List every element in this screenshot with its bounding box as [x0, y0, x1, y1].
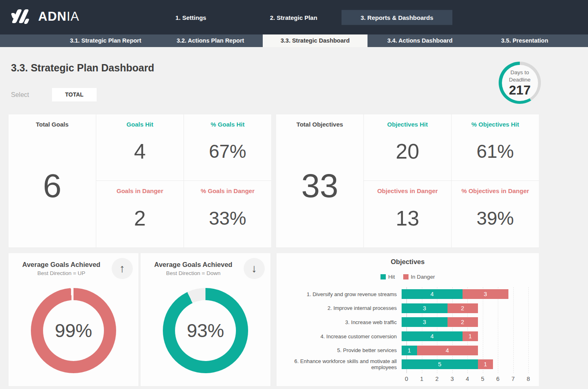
bar-category-label: 4. Increase customer conversion: [277, 333, 402, 340]
topnav-item-strategic-plan[interactable]: 2. Strategic Plan: [259, 14, 328, 21]
bar-row: 6. Enhance workforce skills and motivate…: [277, 357, 540, 372]
legend-item-hit: Hit: [380, 274, 395, 280]
bar-stack: 43: [402, 289, 523, 299]
bar-segment-in-danger: 3: [463, 289, 508, 299]
down-arrow-icon: ↓: [244, 258, 265, 279]
gauge-down-subtitle: Best Direction = Down: [143, 270, 244, 276]
x-axis-tick: 6: [493, 376, 503, 382]
objectives-hit-pct-label: % Objectives Hit: [471, 121, 519, 128]
gauge-up-card: Average Goals Achieved Best Direction = …: [8, 253, 139, 387]
x-axis-tick: 8: [523, 376, 533, 382]
adnia-logo-icon: [11, 8, 32, 25]
goals-hit-label: Goals Hit: [127, 121, 153, 128]
total-objectives-cell: Total Objectives 33: [276, 114, 364, 247]
bar-stack: 32: [402, 303, 523, 313]
gauge-up-value: 99%: [43, 300, 104, 361]
bar-stack: 51: [402, 359, 523, 369]
objectives-hit-pct-cell: % Objectives Hit 61%: [452, 114, 539, 181]
bar-segment-hit: 3: [402, 317, 447, 327]
objectives-danger-label: Objectives in Danger: [377, 187, 438, 194]
objectives-danger-pct-cell: % Objectives in Danger 39%: [452, 181, 539, 247]
x-axis: 012345678: [406, 376, 528, 384]
select-label: Select: [11, 91, 52, 99]
chart-title: Objectives: [277, 258, 539, 266]
objectives-danger-cell: Objectives in Danger 13: [364, 181, 452, 247]
goals-hit-pct-label: % Goals Hit: [211, 121, 244, 128]
in-danger-legend-swatch: [403, 274, 409, 279]
report-tabs-bar: 3.1. Strategic Plan Report 3.2. Actions …: [0, 34, 588, 47]
bar-segment-in-danger: 1: [463, 331, 478, 341]
up-arrow-icon: ↑: [112, 258, 133, 279]
tab-actions-plan-report[interactable]: 3.2. Actions Plan Report: [158, 34, 263, 47]
chart-legend: Hit In Danger: [277, 274, 539, 280]
hit-legend-swatch: [380, 274, 386, 279]
gauge-down-card: Average Goals Achieved Best Direction = …: [140, 253, 271, 387]
bar-row: 4. Increase customer conversion41: [277, 329, 540, 344]
legend-item-in-danger: In Danger: [403, 274, 435, 280]
bar-segment-in-danger: 1: [478, 359, 493, 369]
top-navigation-bar: ADNIA 1. Settings 2. Strategic Plan 3. R…: [0, 0, 588, 34]
tab-presentation[interactable]: 3.5. Presentation: [472, 34, 577, 47]
bar-chart-plot: 1. Diversify and grow revenue streams432…: [277, 287, 540, 372]
total-objectives-label: Total Objectives: [296, 121, 343, 128]
goals-hit-pct-value: 67%: [209, 128, 246, 181]
bar-segment-hit: 4: [402, 331, 463, 341]
gauge-up-donut-chart: 99%: [31, 288, 116, 373]
bar-segment-in-danger: 4: [417, 346, 478, 355]
objectives-danger-value: 13: [396, 194, 419, 247]
gauge-down-value: 93%: [175, 300, 236, 361]
tab-actions-dashboard[interactable]: 3.4. Actions Dashboard: [368, 34, 472, 47]
total-goals-value: 6: [43, 128, 62, 247]
goals-hit-pct-cell: % Goals Hit 67%: [184, 114, 271, 181]
bar-row: 3. Increase web traffic32: [277, 315, 540, 329]
tab-strategic-plan-report[interactable]: 3.1. Strategic Plan Report: [53, 34, 158, 47]
adnia-logo: ADNIA: [11, 8, 79, 25]
deadline-days-value: 217: [509, 84, 530, 97]
x-axis-tick: 3: [447, 376, 457, 382]
goals-stat-block: Total Goals 6 Goals Hit 4 % Goals Hit 67…: [8, 114, 272, 248]
objectives-danger-pct-value: 39%: [476, 194, 514, 247]
deadline-label-line1: Days to: [510, 69, 529, 76]
goals-danger-pct-label: % Goals in Danger: [201, 187, 255, 194]
objectives-stat-block: Total Objectives 33 Objectives Hit 20 % …: [276, 114, 539, 248]
objectives-hit-cell: Objectives Hit 20: [364, 114, 452, 181]
goals-danger-pct-value: 33%: [209, 194, 246, 247]
bar-segment-hit: 5: [402, 359, 478, 369]
objectives-danger-pct-label: % Objectives in Danger: [461, 187, 529, 194]
topnav-item-reports-dashboards[interactable]: 3. Reports & Dashboards: [342, 10, 452, 25]
total-objectives-value: 33: [301, 128, 338, 247]
in-danger-legend-label: In Danger: [411, 274, 435, 280]
select-row: Select TOTAL: [11, 88, 97, 101]
days-to-deadline-ring: Days to Deadline 217: [499, 62, 541, 104]
bar-segment-hit: 3: [402, 303, 447, 313]
bottom-row: Average Goals Achieved Best Direction = …: [8, 253, 539, 387]
objectives-hit-label: Objectives Hit: [387, 121, 428, 128]
bar-category-label: 3. Increase web traffic: [277, 319, 402, 325]
objectives-hit-value: 20: [396, 128, 419, 181]
bar-category-label: 6. Enhance workforce skills and motivate…: [277, 358, 402, 370]
objectives-hit-pct-value: 61%: [476, 128, 514, 181]
x-axis-tick: 2: [432, 376, 442, 382]
gauge-down-donut-chart: 93%: [163, 288, 248, 373]
topnav-item-settings[interactable]: 1. Settings: [162, 14, 219, 21]
bar-stack: 14: [402, 346, 523, 355]
bar-category-label: 1. Diversify and grow revenue streams: [277, 291, 402, 297]
stats-row: Total Goals 6 Goals Hit 4 % Goals Hit 67…: [8, 114, 539, 248]
bar-stack: 41: [402, 331, 523, 341]
total-goals-cell: Total Goals 6: [9, 114, 96, 247]
brand-name: ADNIA: [38, 9, 79, 24]
x-axis-tick: 5: [478, 376, 488, 382]
hit-legend-label: Hit: [388, 274, 395, 280]
goals-hit-value: 4: [134, 128, 146, 181]
bar-segment-hit: 4: [402, 289, 463, 299]
goals-danger-value: 2: [134, 194, 146, 247]
tab-strategic-dashboard[interactable]: 3.3. Strategic Dashboard: [263, 34, 368, 47]
bar-category-label: 2. Improve internal processes: [277, 305, 402, 311]
select-value-button[interactable]: TOTAL: [52, 88, 97, 101]
goals-danger-pct-cell: % Goals in Danger 33%: [184, 181, 271, 247]
x-axis-tick: 4: [463, 376, 472, 382]
total-goals-label: Total Goals: [36, 121, 69, 128]
gauge-up-subtitle: Best Direction = UP: [11, 270, 112, 276]
bar-segment-in-danger: 2: [447, 317, 478, 327]
gauge-up-title: Average Goals Achieved: [11, 261, 112, 269]
